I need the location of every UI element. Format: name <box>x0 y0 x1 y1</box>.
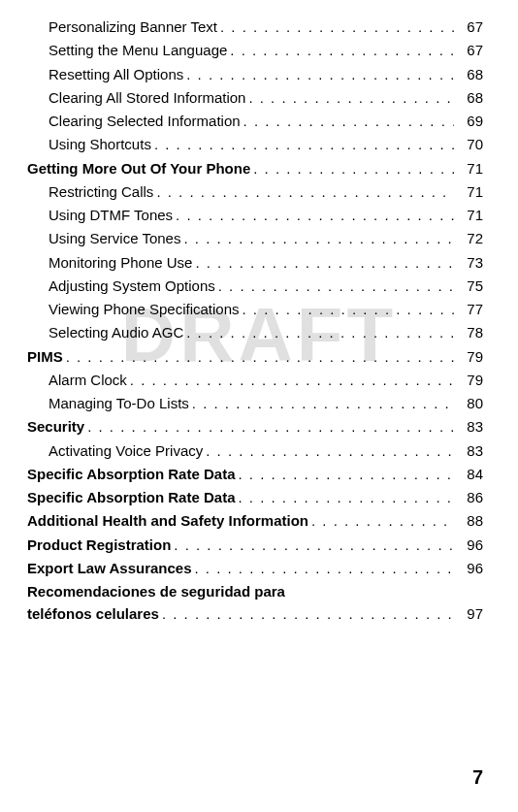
toc-entry: Viewing Phone Specifications77 <box>27 298 483 320</box>
toc-label: Clearing All Stored Information <box>49 86 245 109</box>
toc-leader-dots <box>189 392 454 414</box>
toc-entry: Managing To-Do Lists80 <box>27 392 483 414</box>
toc-page: 83 <box>454 415 483 438</box>
toc-label: Getting More Out Of Your Phone <box>27 157 250 179</box>
toc-leader-dots <box>151 133 454 155</box>
toc-leader-dots <box>241 110 454 132</box>
toc-label: Activating Voice Privacy <box>49 439 203 462</box>
toc-entry: Product Registration96 <box>27 534 483 556</box>
toc-leader-dots <box>183 63 454 85</box>
toc-label: Personalizing Banner Text <box>49 16 217 38</box>
toc-leader-dots <box>215 275 454 297</box>
toc-page: 71 <box>454 204 483 226</box>
toc-leader-dots <box>250 157 454 179</box>
toc-page: 68 <box>454 63 483 85</box>
toc-page: 78 <box>454 321 483 343</box>
toc-page: 77 <box>454 298 483 320</box>
toc-label: Security <box>27 415 84 438</box>
toc-page: 79 <box>454 369 483 391</box>
toc-leader-dots <box>84 415 454 438</box>
toc-label: Specific Absorption Rate Data <box>27 463 235 485</box>
toc-page: 70 <box>454 133 483 155</box>
toc-label: Specific Absorption Rate Data <box>27 486 235 508</box>
toc-label: Additional Health and Safety Information <box>27 509 308 532</box>
toc-label: Selecting Audio AGC <box>49 321 183 343</box>
toc-entry: Setting the Menu Language67 <box>27 39 483 61</box>
toc-leader-dots <box>203 439 454 462</box>
toc-label: Export Law Assurances <box>27 557 192 579</box>
toc-entry: Resetting All Options68 <box>27 63 483 85</box>
toc-entry-multiline-second: teléfonos celulares97 <box>27 602 483 625</box>
toc-entry: Activating Voice Privacy83 <box>27 439 483 462</box>
toc-entry: Clearing Selected Information69 <box>27 110 483 132</box>
toc-entry: Alarm Clock79 <box>27 369 483 391</box>
toc-label: PIMS <box>27 345 63 368</box>
toc-page: 83 <box>454 439 483 462</box>
toc-page: 67 <box>454 39 483 61</box>
toc-leader-dots <box>127 369 454 391</box>
toc-page: 72 <box>454 227 483 249</box>
toc-page: 97 <box>454 602 483 625</box>
toc-page: 73 <box>454 251 483 274</box>
toc-entry: Using Shortcuts70 <box>27 133 483 155</box>
toc-label: Resetting All Options <box>49 63 183 85</box>
toc-leader-dots <box>217 16 454 38</box>
toc-entry: Using DTMF Tones71 <box>27 204 483 226</box>
toc-leader-dots <box>171 534 454 556</box>
toc-label: Restricting Calls <box>49 180 153 203</box>
toc-entry: Additional Health and Safety Information… <box>27 509 483 532</box>
toc-leader-dots <box>192 251 454 274</box>
toc-entry: Specific Absorption Rate Data84 <box>27 463 483 485</box>
toc-label: Using Service Tones <box>49 227 180 249</box>
toc-label: Viewing Phone Specifications <box>49 298 240 320</box>
toc-leader-dots <box>180 227 454 249</box>
toc-leader-dots <box>245 86 454 109</box>
toc-leader-dots <box>227 39 454 61</box>
toc-leader-dots <box>235 486 454 508</box>
toc-page: 71 <box>454 157 483 179</box>
toc-label: Using DTMF Tones <box>49 204 173 226</box>
toc-entry-multiline-first: Recomendaciones de seguridad para <box>27 580 483 602</box>
toc-label: Monitoring Phone Use <box>49 251 192 274</box>
toc-page: 67 <box>454 16 483 38</box>
toc-label: Product Registration <box>27 534 171 556</box>
table-of-contents: Personalizing Banner Text67Setting the M… <box>27 16 483 626</box>
toc-entry: Clearing All Stored Information68 <box>27 86 483 109</box>
toc-label: teléfonos celulares <box>27 602 159 625</box>
toc-page: 79 <box>454 345 483 368</box>
toc-page: 80 <box>454 392 483 414</box>
toc-label: Using Shortcuts <box>49 133 151 155</box>
toc-entry: Specific Absorption Rate Data86 <box>27 486 483 508</box>
toc-entry: PIMS79 <box>27 345 483 368</box>
toc-page: 71 <box>454 180 483 203</box>
toc-page: 69 <box>454 110 483 132</box>
toc-label: Clearing Selected Information <box>49 110 241 132</box>
toc-entry: Export Law Assurances96 <box>27 557 483 579</box>
toc-page: 75 <box>454 275 483 297</box>
toc-leader-dots <box>235 463 454 485</box>
toc-label: Managing To-Do Lists <box>49 392 189 414</box>
toc-entry: Selecting Audio AGC78 <box>27 321 483 343</box>
toc-page: 96 <box>454 557 483 579</box>
toc-leader-dots <box>240 298 454 320</box>
toc-entry: Getting More Out Of Your Phone71 <box>27 157 483 179</box>
toc-leader-dots <box>63 345 454 368</box>
toc-entry: Using Service Tones72 <box>27 227 483 249</box>
toc-leader-dots <box>173 204 454 226</box>
toc-leader-dots <box>308 509 454 532</box>
toc-leader-dots <box>183 321 454 343</box>
toc-leader-dots <box>159 602 454 625</box>
toc-label: Adjusting System Options <box>49 275 215 297</box>
toc-entry: Restricting Calls71 <box>27 180 483 203</box>
toc-entry: Adjusting System Options75 <box>27 275 483 297</box>
toc-leader-dots <box>192 557 454 579</box>
toc-page: 84 <box>454 463 483 485</box>
toc-entry: Personalizing Banner Text67 <box>27 16 483 38</box>
toc-leader-dots <box>153 180 454 203</box>
toc-label: Alarm Clock <box>49 369 127 391</box>
toc-page: 86 <box>454 486 483 508</box>
toc-entry: Security83 <box>27 415 483 438</box>
toc-label: Setting the Menu Language <box>49 39 227 61</box>
toc-page: 96 <box>454 534 483 556</box>
page-number: 7 <box>472 766 483 789</box>
